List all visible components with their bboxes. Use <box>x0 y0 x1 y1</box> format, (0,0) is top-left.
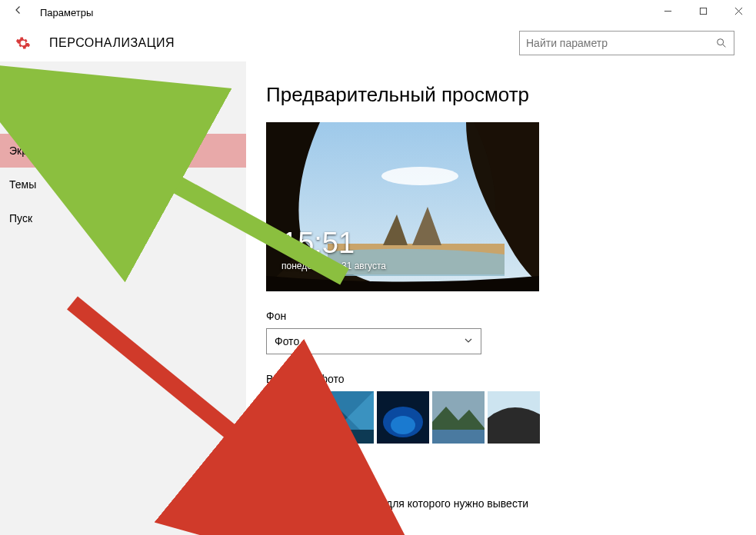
sidebar-item-lockscreen[interactable]: Экран блокировки <box>0 134 246 168</box>
sidebar-item-start[interactable]: Пуск <box>0 201 246 235</box>
choose-photo-label: Выберите фото <box>266 373 736 385</box>
thumbnail-3[interactable] <box>377 391 429 444</box>
preview-heading: Предварительный просмотр <box>266 83 736 107</box>
svg-point-4 <box>381 167 458 185</box>
preview-time: 15:51 <box>281 228 386 258</box>
window-controls <box>650 0 756 25</box>
search-icon <box>715 37 728 49</box>
search-box[interactable] <box>519 31 734 55</box>
back-button[interactable] <box>0 0 37 25</box>
search-input[interactable] <box>526 37 715 49</box>
svg-rect-9 <box>321 430 374 444</box>
browse-button[interactable]: Обзор <box>266 453 321 477</box>
gear-icon <box>15 35 31 51</box>
sidebar-item-background[interactable]: Фон <box>0 66 246 100</box>
choose-app-text: Выберите приложение, для которого нужно … <box>266 497 736 510</box>
chevron-down-icon <box>464 336 473 347</box>
svg-point-1 <box>718 39 724 45</box>
thumbnail-1[interactable] <box>266 391 318 444</box>
minimize-button[interactable] <box>650 0 685 25</box>
window-title: Параметры <box>37 7 650 18</box>
dropdown-value: Фото <box>275 335 299 347</box>
sidebar-item-themes[interactable]: Темы <box>0 168 246 201</box>
main-content: Предварительный просмотр <box>246 61 756 535</box>
preview-date: понедельник, 31 августа <box>281 261 386 271</box>
lockscreen-preview: 15:51 понедельник, 31 августа <box>266 122 539 291</box>
photo-thumbnails <box>266 391 736 444</box>
svg-rect-0 <box>700 8 706 14</box>
svg-rect-7 <box>277 422 308 433</box>
title-bar: Параметры <box>0 0 756 25</box>
background-label: Фон <box>266 310 736 322</box>
category-heading: ПЕРСОНАЛИЗАЦИЯ <box>49 36 519 50</box>
header: ПЕРСОНАЛИЗАЦИЯ <box>0 25 756 61</box>
svg-point-12 <box>391 416 415 434</box>
thumbnail-2[interactable] <box>321 391 374 444</box>
sidebar-item-colors[interactable]: Цвета <box>0 100 246 134</box>
thumbnail-4[interactable] <box>432 391 485 444</box>
sidebar: Фон Цвета Экран блокировки Темы Пуск <box>0 61 246 535</box>
svg-rect-14 <box>432 430 485 444</box>
close-button[interactable] <box>721 0 756 25</box>
background-dropdown[interactable]: Фото <box>266 328 481 354</box>
maximize-button[interactable] <box>685 0 721 25</box>
thumbnail-5[interactable] <box>488 391 540 444</box>
